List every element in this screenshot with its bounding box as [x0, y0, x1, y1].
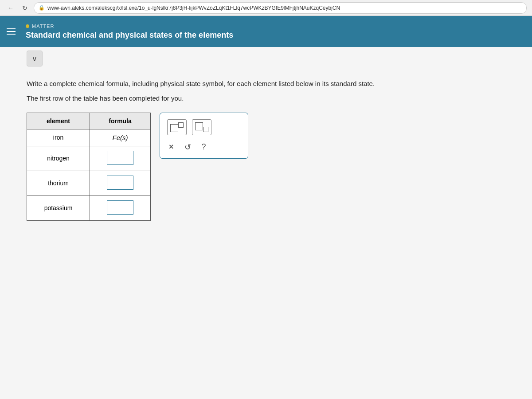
url-text: www-awn.aleks.com/alekscgi/x/lsl.exe/1o_… — [47, 5, 340, 11]
hamburger-icon — [7, 28, 16, 35]
back-button[interactable]: ← — [5, 3, 16, 13]
keyboard-panel: × ↺ ? — [160, 113, 248, 159]
formula-input-potassium[interactable] — [107, 200, 133, 215]
superscript-button[interactable] — [167, 119, 187, 135]
formula-cell-potassium — [90, 196, 151, 220]
formula-cell-iron: Fe(s) — [90, 129, 151, 146]
table-row: thorium — [27, 171, 151, 196]
app-header: MATTER Standard chemical and physical st… — [0, 16, 532, 47]
elements-table: element formula iron Fe(s) nitrogen — [27, 113, 151, 221]
column-header-formula: formula — [90, 113, 151, 129]
reload-button[interactable]: ↻ — [20, 3, 30, 13]
subscript-button[interactable] — [192, 119, 211, 135]
element-name-nitrogen: nitrogen — [27, 146, 90, 171]
dropdown-button[interactable]: ∨ — [27, 51, 43, 66]
header-label: MATTER — [26, 23, 233, 29]
header-content: MATTER Standard chemical and physical st… — [22, 23, 233, 40]
column-header-element: element — [27, 113, 90, 129]
element-name-potassium: potassium — [27, 196, 90, 220]
browser-chrome: ← ↻ 🔒 www-awn.aleks.com/alekscgi/x/lsl.e… — [0, 0, 532, 16]
dropdown-row: ∨ — [0, 47, 532, 70]
header-title: Standard chemical and physical states of… — [26, 31, 233, 40]
formula-input-nitrogen[interactable] — [107, 151, 133, 165]
table-row: nitrogen — [27, 146, 151, 171]
keyboard-bottom-row: × ↺ ? — [167, 142, 241, 152]
formula-display-iron: Fe(s) — [113, 134, 128, 141]
header-topic: MATTER — [32, 23, 54, 29]
formula-cell-thorium — [90, 171, 151, 196]
undo-button[interactable]: ↺ — [183, 142, 193, 152]
subscript-small-square — [203, 127, 208, 132]
main-content: Write a complete chemical formula, inclu… — [0, 70, 532, 399]
formula-input-thorium[interactable] — [107, 176, 133, 190]
instruction-line1: Write a complete chemical formula, inclu… — [27, 79, 505, 89]
address-bar[interactable]: 🔒 www-awn.aleks.com/alekscgi/x/lsl.exe/1… — [34, 2, 527, 14]
table-row: iron Fe(s) — [27, 129, 151, 146]
help-button[interactable]: ? — [200, 142, 208, 152]
keyboard-top-row — [167, 119, 241, 135]
subscript-main-square — [195, 122, 203, 130]
chevron-down-icon: ∨ — [32, 55, 37, 63]
formula-cell-nitrogen — [90, 146, 151, 171]
table-row: potassium — [27, 196, 151, 220]
hamburger-menu[interactable] — [0, 16, 22, 47]
status-dot — [26, 24, 29, 28]
lock-icon: 🔒 — [39, 5, 45, 11]
table-keyboard-row: element formula iron Fe(s) nitrogen — [27, 113, 505, 221]
superscript-small-square — [178, 122, 184, 128]
element-name-thorium: thorium — [27, 171, 90, 196]
element-name-iron: iron — [27, 129, 90, 146]
close-button[interactable]: × — [167, 142, 176, 152]
instruction-line2: The first row of the table has been comp… — [27, 94, 505, 102]
superscript-main-square — [170, 124, 178, 132]
